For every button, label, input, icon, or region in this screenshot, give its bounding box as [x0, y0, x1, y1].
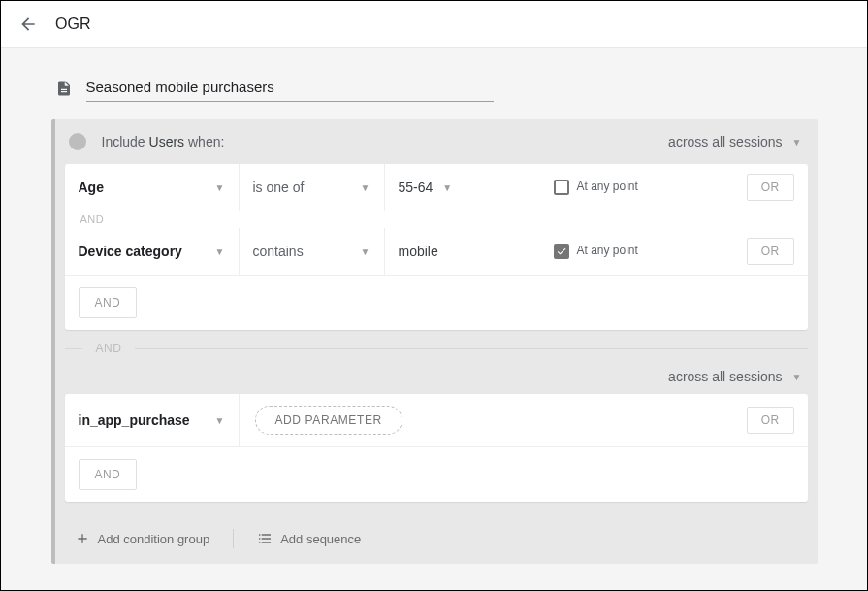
page-title: OGR [55, 16, 90, 33]
or-button[interactable]: OR [747, 407, 794, 434]
and-button[interactable]: AND [79, 459, 138, 490]
back-button[interactable] [18, 15, 38, 34]
include-label: Include Users when: [102, 134, 225, 149]
condition-row: Device category ▼ contains ▼ mobile [65, 228, 808, 275]
at-any-point-checkbox[interactable] [554, 180, 569, 195]
at-any-point-label: At any point [577, 181, 638, 193]
add-condition-group-button[interactable]: Add condition group [67, 527, 218, 550]
scope-selector[interactable]: across all sessions ▼ [668, 134, 801, 149]
caret-down-icon: ▼ [792, 137, 802, 148]
at-any-point-label: At any point [577, 245, 638, 257]
caret-down-icon: ▼ [361, 182, 370, 193]
operator-selector[interactable]: is one of ▼ [240, 164, 385, 211]
caret-down-icon: ▼ [215, 415, 225, 426]
add-sequence-button[interactable]: Add sequence [249, 527, 369, 550]
or-button[interactable]: OR [747, 238, 794, 265]
value-label: 55-64 [399, 180, 434, 195]
sequence-icon [257, 531, 273, 546]
caret-down-icon: ▼ [215, 246, 225, 257]
or-button[interactable]: OR [747, 174, 794, 201]
dimension-label: in_app_purchase [79, 412, 190, 428]
scope-selector[interactable]: across all sessions ▼ [668, 369, 801, 384]
dimension-selector[interactable]: Device category ▼ [65, 228, 240, 275]
caret-down-icon: ▼ [361, 246, 370, 257]
scope-label: across all sessions [668, 369, 783, 384]
dimension-selector[interactable]: in_app_purchase ▼ [65, 394, 240, 446]
condition-row: Age ▼ is one of ▼ 55-64 ▼ [65, 164, 808, 211]
condition-row: in_app_purchase ▼ ADD PARAMETER OR [65, 394, 808, 446]
dimension-label: Age [79, 180, 104, 195]
add-parameter-button[interactable]: ADD PARAMETER [255, 406, 402, 435]
card-connector: AND [65, 342, 808, 355]
add-exclude-group-button[interactable]: ADD EXCLUDE GROUP [51, 574, 818, 590]
caret-down-icon: ▼ [792, 372, 802, 382]
scope-label: across all sessions [668, 134, 783, 149]
operator-label: contains [253, 244, 304, 259]
include-group: Include Users when: across all sessions … [51, 119, 818, 564]
caret-down-icon: ▼ [215, 182, 225, 193]
dimension-label: Device category [79, 244, 182, 259]
value-selector[interactable]: 55-64 ▼ [399, 180, 453, 195]
value-label: mobile [399, 244, 438, 259]
operator-label: is one of [253, 180, 305, 195]
row-connector-label: AND [65, 211, 808, 228]
condition-card: Age ▼ is one of ▼ 55-64 ▼ [65, 164, 808, 330]
document-icon [55, 80, 73, 97]
and-button[interactable]: AND [79, 287, 138, 318]
arrow-back-icon [18, 15, 38, 34]
dimension-selector[interactable]: Age ▼ [65, 164, 240, 211]
add-sequence-label: Add sequence [280, 532, 361, 546]
add-condition-label: Add condition group [98, 532, 210, 546]
operator-selector[interactable]: contains ▼ [240, 228, 385, 275]
at-any-point-checkbox[interactable] [554, 244, 569, 259]
caret-down-icon: ▼ [442, 182, 452, 193]
segment-name-input[interactable] [86, 75, 494, 102]
plus-icon [75, 531, 90, 546]
condition-card: in_app_purchase ▼ ADD PARAMETER OR AND [65, 394, 808, 502]
divider [233, 529, 234, 548]
group-bullet-icon [69, 133, 86, 150]
